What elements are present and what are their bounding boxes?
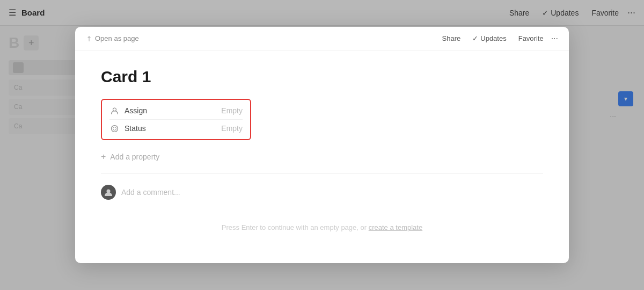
- assign-value: Empty: [221, 106, 243, 115]
- properties-box: Assign Empty Status Empty: [101, 99, 251, 140]
- modal-divider: [101, 173, 543, 174]
- add-property-label: Add a property: [110, 153, 159, 161]
- assign-label: Assign: [125, 106, 157, 115]
- open-as-page-icon: ↗: [84, 33, 93, 43]
- add-property-button[interactable]: + Add a property: [101, 149, 543, 165]
- footer-hint-text: Press Enter to continue with an empty pa…: [222, 223, 367, 231]
- modal-more-options-icon[interactable]: ···: [551, 34, 558, 44]
- modal-updates-button[interactable]: ✓ Updates: [468, 33, 510, 44]
- modal-topbar-left: ↗ Open as page: [86, 34, 139, 42]
- assign-property-row[interactable]: Assign Empty: [102, 102, 250, 119]
- modal-share-button[interactable]: Share: [438, 33, 465, 44]
- status-icon: [109, 125, 119, 133]
- avatar: [101, 185, 116, 200]
- open-as-page-text[interactable]: Open as page: [95, 34, 139, 42]
- comment-placeholder[interactable]: Add a comment...: [121, 188, 180, 197]
- modal-topbar: ↗ Open as page Share ✓ Updates Favorite …: [75, 27, 569, 50]
- comment-row: Add a comment...: [101, 183, 543, 202]
- modal-overlay: ↗ Open as page Share ✓ Updates Favorite …: [0, 0, 644, 290]
- create-template-link[interactable]: create a template: [369, 223, 422, 231]
- status-label: Status: [125, 124, 157, 133]
- add-icon: +: [101, 152, 106, 162]
- check-icon: ✓: [472, 34, 478, 42]
- modal-body: Card 1 Assign Empty: [75, 50, 569, 263]
- svg-point-1: [111, 125, 118, 132]
- assign-icon: [109, 107, 119, 115]
- footer-hint: Press Enter to continue with an empty pa…: [101, 223, 543, 231]
- status-value: Empty: [221, 124, 243, 133]
- status-property-row[interactable]: Status Empty: [102, 120, 250, 137]
- card-modal: ↗ Open as page Share ✓ Updates Favorite …: [75, 27, 569, 263]
- card-title: Card 1: [101, 68, 543, 86]
- modal-favorite-button[interactable]: Favorite: [514, 33, 548, 44]
- svg-point-2: [113, 127, 116, 130]
- modal-topbar-right: Share ✓ Updates Favorite ···: [438, 33, 558, 44]
